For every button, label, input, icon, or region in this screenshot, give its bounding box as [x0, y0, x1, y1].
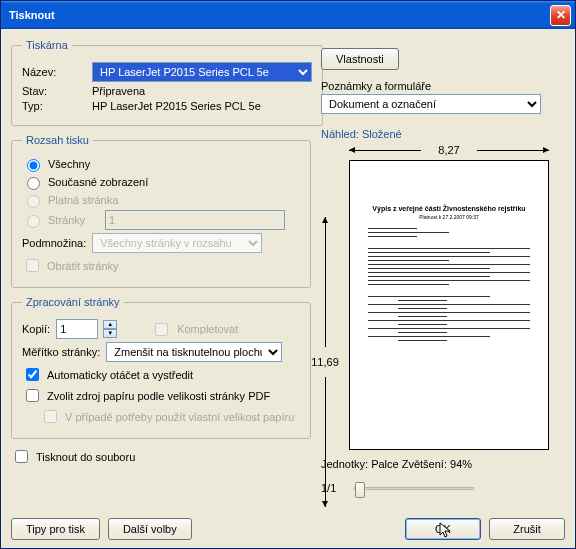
pages-input: [105, 210, 285, 230]
subset-label: Podmnožina:: [22, 237, 86, 249]
subset-select: Všechny stránky v rozsahu: [92, 233, 262, 253]
ok-button[interactable]: OK: [405, 518, 481, 540]
comments-label: Poznámky a formuláře: [321, 80, 565, 92]
page-preview: Výpis z veřejné části Živnostenského rej…: [349, 160, 549, 450]
width-dimension: 8,27: [349, 144, 549, 156]
spin-down-icon[interactable]: ▼: [103, 329, 117, 338]
range-currpage-label: Platná stránka: [48, 194, 118, 206]
close-icon[interactable]: ✕: [550, 5, 571, 26]
page-slider[interactable]: [354, 487, 474, 490]
copies-spinner[interactable]: ▲▼: [103, 320, 117, 338]
height-dimension: 11,69: [311, 217, 339, 507]
printer-legend: Tiskárna: [22, 39, 72, 51]
printfile-label: Tisknout do souboru: [36, 451, 135, 463]
collate-check: [155, 323, 168, 336]
reverse-check: [26, 259, 39, 272]
autorotate-label: Automaticky otáčet a vystředit: [47, 369, 193, 381]
range-all-label: Všechny: [48, 158, 90, 170]
scale-label: Měřítko stránky:: [22, 346, 100, 358]
slider-thumb[interactable]: [355, 482, 365, 498]
spin-up-icon[interactable]: ▲: [103, 320, 117, 329]
print-dialog: Tisknout ✕ Tiskárna Název: HP LaserJet P…: [0, 0, 576, 549]
printfile-check[interactable]: [15, 450, 28, 463]
range-currpage-radio: [27, 195, 40, 208]
paper-label: Zvolit zdroj papíru podle velikosti strá…: [47, 390, 270, 402]
type-label: Typ:: [22, 100, 86, 112]
type-value: HP LaserJet P2015 Series PCL 5e: [92, 100, 261, 112]
properties-button[interactable]: Vlastnosti: [321, 48, 399, 70]
copies-input[interactable]: [56, 319, 98, 339]
name-label: Název:: [22, 66, 86, 78]
custom-label: V případě potřeby použít vlastní velikos…: [65, 411, 294, 423]
copies-label: Kopií:: [22, 323, 50, 335]
window-title: Tisknout: [9, 9, 55, 21]
range-all-radio[interactable]: [27, 159, 40, 172]
comments-select[interactable]: Dokument a označení: [321, 94, 541, 114]
advanced-button[interactable]: Další volby: [108, 518, 192, 540]
range-legend: Rozsah tisku: [22, 134, 93, 146]
autorotate-check[interactable]: [26, 368, 39, 381]
doc-title: Výpis z veřejné části Živnostenského rej…: [368, 205, 530, 212]
units-zoom: Jednotky: Palce Zvětšení: 94%: [321, 458, 565, 470]
range-view-label: Současné zobrazení: [48, 176, 148, 188]
range-pages-radio: [27, 215, 40, 228]
reverse-label: Obrátit stránky: [47, 260, 119, 272]
status-value: Připravena: [92, 85, 145, 97]
status-label: Stav:: [22, 85, 86, 97]
tips-button[interactable]: Tipy pro tisk: [11, 518, 100, 540]
collate-label: Kompletovat: [177, 323, 238, 335]
range-view-radio[interactable]: [27, 177, 40, 190]
handling-legend: Zpracování stránky: [22, 296, 124, 308]
preview-title: Náhled: Složené: [321, 128, 565, 140]
scale-select[interactable]: Zmenšit na tisknutelnou plochu: [106, 342, 282, 362]
printer-select[interactable]: HP LaserJet P2015 Series PCL 5e: [92, 62, 312, 82]
pages-label: Stránky: [48, 214, 100, 226]
range-group: Rozsah tisku Všechny Současné zobrazení …: [11, 134, 311, 288]
printer-group: Tiskárna Název: HP LaserJet P2015 Series…: [11, 39, 323, 126]
cancel-button[interactable]: Zrušit: [489, 518, 565, 540]
paper-check[interactable]: [26, 389, 39, 402]
custom-check: [44, 410, 57, 423]
handling-group: Zpracování stránky Kopií: ▲▼ Kompletovat…: [11, 296, 311, 439]
titlebar: Tisknout ✕: [1, 1, 575, 29]
